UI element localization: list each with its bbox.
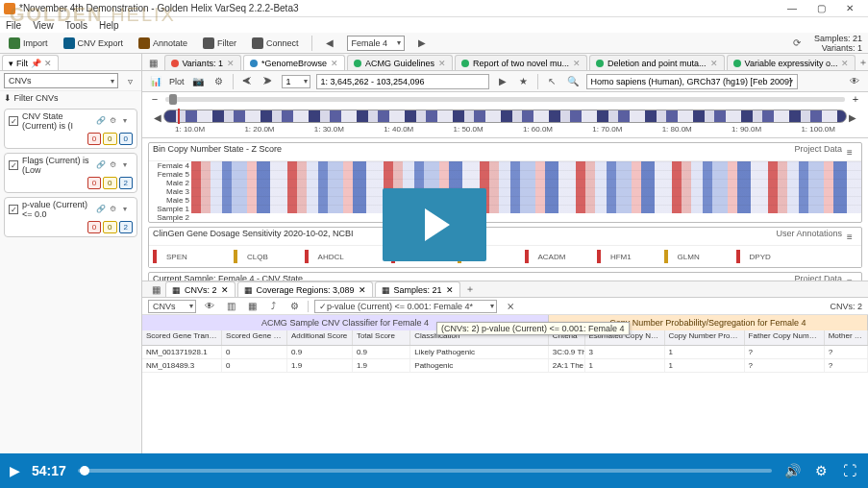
column-header[interactable]: Scored Gene Transcript — [142, 330, 222, 345]
gear-icon[interactable]: ⚙ — [286, 299, 302, 314]
dosage-track[interactable]: ClinGen Gene Dosage Sensitivity 2020-10-… — [148, 227, 862, 268]
chromosome-ideogram[interactable] — [163, 110, 847, 123]
table-row[interactable]: NM_001371928.100.90.9Likely Pathogenic3C… — [142, 346, 868, 359]
link-icon[interactable]: 🔗 — [96, 205, 106, 214]
main-tab[interactable]: ACMG Guidelines✕ — [347, 55, 453, 70]
tab-menu-button[interactable]: ▦ — [148, 55, 159, 70]
filter-pill[interactable]: ✓ p-value (Current) <= 0.001: Female 4* — [314, 300, 497, 313]
connect-button[interactable]: Connect — [249, 37, 302, 50]
column-header[interactable]: Total Score — [353, 330, 410, 345]
close-icon[interactable]: ✕ — [446, 285, 454, 295]
chevron-down-icon[interactable]: ▾ — [123, 116, 133, 126]
filter-card[interactable]: ✓ CNV State (Current) is (I 🔗 ⚙ ▾ 0 0 0 — [4, 109, 137, 149]
next-sample-button[interactable]: ▶ — [414, 36, 430, 51]
menu-view[interactable]: View — [33, 20, 54, 31]
chevron-down-icon[interactable]: ▾ — [123, 160, 133, 170]
main-tab[interactable]: *GenomeBrowse✕ — [243, 55, 345, 70]
bottom-tab-coverage[interactable]: ▦ Coverage Regions: 3,089 ✕ — [237, 281, 373, 297]
track-menu-icon[interactable]: ≡ — [842, 274, 857, 281]
bottom-tab-add[interactable]: ＋ — [462, 281, 478, 297]
bottom-tab-menu[interactable]: ▦ — [148, 281, 163, 297]
genome-build-selector[interactable]: Homo sapiens (Human), GRCh37 (hg19) [Feb… — [586, 74, 798, 89]
gear-icon[interactable]: ⚙ — [211, 74, 227, 89]
gene-bar[interactable] — [597, 250, 601, 263]
chevron-down-icon[interactable]: ▾ — [123, 205, 133, 214]
location-field[interactable]: 1: 3,645,262 - 103,254,096 — [316, 74, 489, 89]
funnel-icon[interactable]: ▿ — [122, 73, 137, 88]
gear-icon[interactable]: ⚙ — [110, 205, 119, 214]
gear-icon[interactable]: ⚙ — [110, 160, 119, 170]
gene-bar[interactable] — [664, 250, 668, 263]
chrom-selector[interactable]: 1 — [282, 75, 310, 88]
close-icon[interactable]: ✕ — [573, 59, 581, 68]
main-tab[interactable]: Deletion and point muta...✕ — [589, 55, 725, 70]
window-minimize-button[interactable]: — — [778, 3, 806, 13]
zscore-track[interactable]: Bin Copy Number State - Z Score Project … — [148, 142, 862, 223]
column-header[interactable]: Father Copy Number Probability — [745, 330, 825, 345]
gene-bar[interactable] — [525, 250, 529, 263]
columns-icon[interactable]: ▥ — [223, 299, 238, 314]
track-menu-icon[interactable]: ≡ — [842, 144, 857, 159]
menu-help[interactable]: Help — [99, 20, 119, 31]
gene-bar[interactable] — [736, 250, 740, 263]
close-icon[interactable]: ✕ — [438, 59, 446, 68]
visibility-icon[interactable]: 👁 — [847, 74, 862, 89]
zoom-out-button[interactable]: − — [150, 93, 160, 105]
bottom-tab-cnvs[interactable]: ▦ CNVs: 2 ✕ — [165, 281, 236, 297]
play-pause-button[interactable]: ▶ — [10, 463, 20, 478]
heatmap-canvas[interactable] — [191, 161, 861, 213]
bookmark-icon[interactable]: ★ — [516, 74, 532, 89]
checkbox-icon[interactable]: ✓ — [9, 205, 18, 214]
pointer-tool-button[interactable]: ↖ — [544, 74, 559, 89]
filter-button[interactable]: Filter — [200, 37, 239, 50]
pin-icon[interactable]: 📌 — [31, 59, 41, 68]
column-header[interactable]: Additional Score — [287, 330, 353, 345]
eye-icon[interactable]: 👁 — [202, 299, 217, 314]
close-icon[interactable]: ✕ — [841, 59, 849, 68]
close-icon[interactable]: ✕ — [331, 59, 338, 68]
clear-filter-icon[interactable]: ⨯ — [503, 299, 518, 314]
zoom-in-button[interactable]: + — [851, 93, 860, 105]
gene-bar[interactable] — [305, 250, 309, 263]
progress-knob[interactable] — [80, 466, 89, 476]
grid-icon[interactable]: ▦ — [244, 299, 260, 314]
go-button[interactable]: ▶ — [495, 74, 510, 89]
filter-panel-tab[interactable]: ▾ Filt 📌 ✕ — [2, 55, 59, 70]
nav-fwd-button[interactable]: ⮞ — [260, 74, 276, 89]
column-header[interactable]: Mother Copy Number Probabi... — [825, 330, 868, 345]
filter-card[interactable]: ✓ Flags (Current) is (Low 🔗 ⚙ ▾ 0 0 2 — [4, 153, 137, 193]
video-progress-bar[interactable] — [78, 469, 772, 473]
filter-card[interactable]: ✓ p-value (Current) <= 0.0 🔗 ⚙ ▾ 0 0 2 — [4, 197, 137, 237]
window-maximize-button[interactable]: ▢ — [806, 3, 835, 13]
refresh-button[interactable]: ⟳ — [789, 36, 805, 51]
table-row[interactable]: NM_018489.301.91.9Pathogenic2A:1 The cnv… — [142, 359, 868, 373]
plot-icon[interactable]: 📊 — [148, 74, 163, 89]
main-tab[interactable]: Variable expressivity o...✕ — [727, 55, 856, 70]
cnv-state-track[interactable]: Current Sample: Female 4 - CNV State Pro… — [148, 272, 862, 281]
settings-icon[interactable]: ⚙ — [812, 463, 830, 478]
main-tab[interactable]: Variants: 1✕ — [164, 55, 241, 70]
cnv-export-button[interactable]: CNV Export — [61, 37, 127, 50]
nav-back-button[interactable]: ⮜ — [239, 74, 255, 89]
close-icon[interactable]: ✕ — [221, 285, 229, 295]
track-menu-icon[interactable]: ≡ — [842, 229, 857, 244]
gene-bar[interactable] — [234, 250, 237, 263]
gear-icon[interactable]: ⚙ — [110, 116, 119, 126]
menu-tools[interactable]: Tools — [65, 20, 87, 31]
sample-selector[interactable]: Female 4 — [347, 36, 405, 51]
close-icon[interactable]: ✕ — [44, 59, 52, 68]
annotate-button[interactable]: Annotate — [136, 37, 190, 50]
gene-bar[interactable] — [153, 250, 157, 263]
prev-sample-button[interactable]: ◀ — [322, 36, 337, 51]
import-button[interactable]: Import — [6, 37, 51, 50]
camera-icon[interactable]: 📷 — [190, 74, 206, 89]
column-header[interactable]: Scored Gene Score — [222, 330, 287, 345]
ideogram-next-button[interactable]: ▶ — [845, 110, 860, 125]
export-icon[interactable]: ⤴ — [265, 299, 281, 314]
column-header[interactable]: Copy Number Probability — [665, 330, 745, 345]
checkbox-icon[interactable]: ✓ — [9, 160, 18, 170]
link-icon[interactable]: 🔗 — [96, 160, 106, 170]
checkbox-icon[interactable]: ✓ — [9, 116, 18, 126]
bottom-tab-samples[interactable]: ▦ Samples: 21 ✕ — [375, 281, 460, 297]
filter-chain-selector[interactable]: CNVs — [4, 73, 118, 88]
